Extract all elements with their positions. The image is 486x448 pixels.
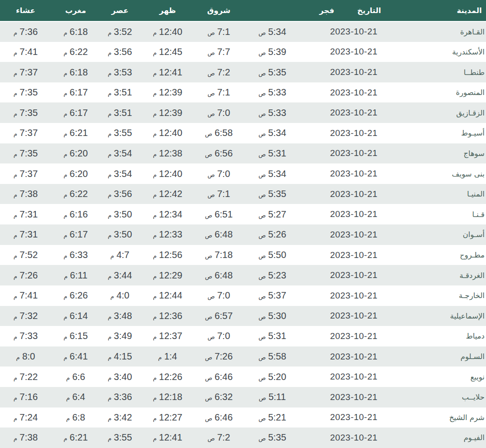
table-row: قـنـا2023-10-215:27 ص6:51 ص12:34 م3:50 م… bbox=[0, 204, 486, 224]
am-pm-suffix: م bbox=[14, 333, 17, 340]
asr-time-cell: 3:52 م bbox=[100, 21, 140, 42]
maghrib-time-cell: 6:17 م bbox=[51, 224, 100, 245]
time-value: 3:48 bbox=[114, 311, 132, 321]
time-value: 8:0 bbox=[22, 351, 35, 361]
fajr-time-cell: 5:58 ص bbox=[242, 346, 303, 367]
asr-time-cell: 3:50 م bbox=[100, 224, 140, 245]
am-pm-suffix: ص bbox=[205, 232, 212, 239]
am-pm-suffix: ص bbox=[205, 273, 212, 280]
isha-time-cell: 7:41 م bbox=[0, 42, 51, 62]
time-value: 7:36 bbox=[20, 27, 38, 37]
asr-time-cell: 3:56 م bbox=[100, 42, 140, 62]
fajr-time-cell: 5:33 ص bbox=[242, 102, 303, 123]
time-value: 3:51 bbox=[114, 87, 132, 97]
city-name-cell: الزقـازيق bbox=[405, 102, 486, 123]
am-pm-suffix: م bbox=[63, 191, 67, 198]
column-header-label: عشاء bbox=[16, 6, 35, 15]
time-value: 6:48 bbox=[215, 270, 233, 280]
table-row: سوهاج2023-10-215:31 ص6:56 ص12:38 م3:54 م… bbox=[0, 143, 486, 164]
maghrib-time-cell: 6:15 م bbox=[51, 326, 100, 346]
date-cell: 2023-10-21 bbox=[303, 184, 405, 204]
am-pm-suffix: م bbox=[108, 151, 111, 158]
am-pm-suffix: م bbox=[153, 374, 156, 381]
am-pm-suffix: م bbox=[63, 354, 67, 361]
am-pm-suffix: م bbox=[108, 49, 111, 56]
fajr-time-cell: 5:35 ص bbox=[242, 184, 303, 204]
city-name-cell: مطـروح bbox=[405, 245, 486, 265]
time-value: 5:35 bbox=[268, 67, 286, 77]
time-value: 3:42 bbox=[114, 412, 132, 422]
dhuhr-time-cell: 12:40 م bbox=[140, 123, 196, 143]
fajr-time-cell: 5:30 ص bbox=[242, 306, 303, 326]
table-row: أسيـوط2023-10-215:34 ص6:58 ص12:40 م3:55 … bbox=[0, 123, 486, 143]
time-value: 7:18 bbox=[215, 250, 233, 260]
time-value: 12:44 bbox=[159, 290, 182, 300]
am-pm-suffix: م bbox=[63, 130, 67, 137]
maghrib-time-cell: 6:18 م bbox=[51, 62, 100, 82]
am-pm-suffix: م bbox=[153, 333, 156, 340]
am-pm-suffix: ص bbox=[258, 171, 266, 178]
city-name-cell: قـنـا bbox=[405, 204, 486, 224]
isha-time-cell: 7:52 م bbox=[0, 245, 51, 265]
table-row: نويبع2023-10-215:20 ص6:46 ص12:26 م3:40 م… bbox=[0, 367, 486, 387]
am-pm-suffix: م bbox=[153, 130, 156, 137]
date-cell: 2023-10-21 bbox=[303, 387, 405, 407]
time-value: 12:56 bbox=[159, 250, 182, 260]
asr-time-cell: 3:54 م bbox=[100, 143, 140, 164]
dhuhr-time-cell: 12:56 م bbox=[140, 245, 196, 265]
am-pm-suffix: ص bbox=[258, 252, 266, 259]
fajr-time-cell: 5:34 ص bbox=[242, 21, 303, 42]
asr-time-cell: 3:55 م bbox=[100, 123, 140, 143]
city-name-cell: سوهاج bbox=[405, 143, 486, 164]
time-value: 7:35 bbox=[20, 87, 38, 97]
time-value: 5:34 bbox=[268, 169, 286, 179]
date-cell: 2023-10-21 bbox=[303, 143, 405, 164]
asr-time-cell: 3:36 م bbox=[100, 387, 140, 407]
city-name-cell: أسيـوط bbox=[405, 123, 486, 143]
am-pm-suffix: م bbox=[63, 313, 67, 320]
am-pm-suffix: م bbox=[108, 232, 111, 239]
fajr-time-cell: 5:50 ص bbox=[242, 245, 303, 265]
time-value: 3:53 bbox=[114, 67, 132, 77]
time-value: 5:27 bbox=[268, 209, 286, 219]
table-row: الفيـوم2023-10-215:35 ص7:2 ص12:41 م3:55 … bbox=[0, 428, 486, 448]
time-value: 12:34 bbox=[159, 209, 182, 219]
am-pm-suffix: م bbox=[153, 29, 156, 36]
table-row: مطـروح2023-10-215:50 ص7:18 ص12:56 م4:7 م… bbox=[0, 245, 486, 265]
am-pm-suffix: ص bbox=[258, 273, 266, 280]
time-value: 6:46 bbox=[215, 412, 233, 422]
asr-time-cell: 4:7 م bbox=[100, 245, 140, 265]
dhuhr-time-cell: 12:40 م bbox=[140, 21, 196, 42]
time-value: 3:40 bbox=[114, 372, 132, 382]
time-value: 5:35 bbox=[268, 432, 286, 442]
am-pm-suffix: م bbox=[63, 333, 67, 340]
time-value: 12:40 bbox=[159, 169, 182, 179]
am-pm-suffix: م bbox=[153, 49, 156, 56]
am-pm-suffix: ص bbox=[258, 415, 266, 422]
isha-time-cell: 7:35 م bbox=[0, 82, 51, 103]
city-name-cell: الفيـوم bbox=[405, 428, 486, 448]
am-pm-suffix: م bbox=[63, 252, 67, 259]
am-pm-suffix: م bbox=[14, 151, 17, 158]
am-pm-suffix: م bbox=[14, 171, 17, 178]
shurooq-time-cell: 7:26 ص bbox=[196, 346, 242, 367]
am-pm-suffix: م bbox=[14, 90, 17, 97]
am-pm-suffix: ص bbox=[258, 333, 266, 340]
am-pm-suffix: ص bbox=[208, 70, 215, 77]
dhuhr-time-cell: 12:38 م bbox=[140, 143, 196, 164]
am-pm-suffix: ص bbox=[205, 354, 212, 361]
shurooq-time-cell: 6:58 ص bbox=[196, 123, 242, 143]
am-pm-suffix: م bbox=[153, 151, 156, 158]
shurooq-time-cell: 7:0 ص bbox=[196, 102, 242, 123]
time-value: 6:21 bbox=[70, 432, 88, 442]
fajr-time-cell: 5:35 ص bbox=[242, 62, 303, 82]
am-pm-suffix: ص bbox=[258, 313, 266, 320]
am-pm-suffix: م bbox=[153, 394, 156, 401]
time-value: 7:2 bbox=[217, 432, 230, 442]
table-header-row: المدينةالتاريخفجرشروقظهرعصرمغربعشاء bbox=[0, 0, 486, 21]
fajr-time-cell: 5:34 ص bbox=[242, 123, 303, 143]
time-value: 6:17 bbox=[70, 108, 88, 118]
fajr-time-cell: 5:27 ص bbox=[242, 204, 303, 224]
am-pm-suffix: م bbox=[63, 90, 67, 97]
time-value: 12:39 bbox=[159, 87, 182, 97]
